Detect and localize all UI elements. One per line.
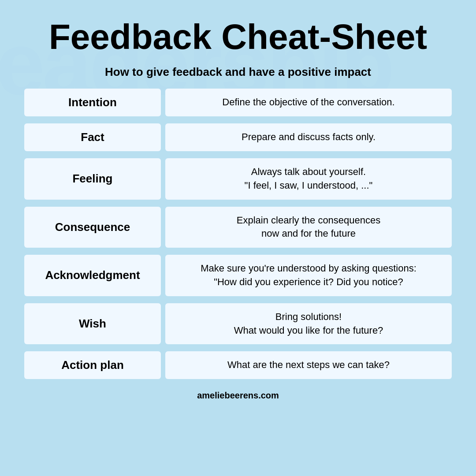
cell-desc-5: Bring solutions! What would you like for… xyxy=(165,303,452,345)
main-container: Feedback Cheat-Sheet How to give feedbac… xyxy=(0,0,476,476)
cell-desc-2: Always talk about yourself. "I feel, I s… xyxy=(165,158,452,200)
cell-desc-0: Define the objective of the conversation… xyxy=(165,89,452,116)
cell-desc-4: Make sure you're understood by asking qu… xyxy=(165,255,452,296)
subtitle: How to give feedback and have a positive… xyxy=(105,65,371,79)
cell-label-5: Wish xyxy=(24,303,161,345)
footer-link: ameliebeerens.com xyxy=(197,390,279,401)
table-row: WishBring solutions! What would you like… xyxy=(24,303,452,345)
cell-label-3: Consequence xyxy=(24,207,161,248)
cell-label-0: Intention xyxy=(24,89,161,116)
table-row: Action planWhat are the next steps we ca… xyxy=(24,351,452,379)
cell-label-1: Fact xyxy=(24,123,161,151)
table: IntentionDefine the objective of the con… xyxy=(24,89,452,383)
cell-desc-3: Explain clearly the consequences now and… xyxy=(165,207,452,248)
cell-label-4: Acknowledgment xyxy=(24,255,161,296)
page-title: Feedback Cheat-Sheet xyxy=(49,18,427,56)
cell-desc-6: What are the next steps we can take? xyxy=(165,351,452,379)
cell-label-6: Action plan xyxy=(24,351,161,379)
cell-label-2: Feeling xyxy=(24,158,161,200)
table-row: FeelingAlways talk about yourself. "I fe… xyxy=(24,158,452,200)
table-row: FactPrepare and discuss facts only. xyxy=(24,123,452,151)
table-row: IntentionDefine the objective of the con… xyxy=(24,89,452,116)
table-row: ConsequenceExplain clearly the consequen… xyxy=(24,207,452,248)
table-row: AcknowledgmentMake sure you're understoo… xyxy=(24,255,452,296)
cell-desc-1: Prepare and discuss facts only. xyxy=(165,123,452,151)
